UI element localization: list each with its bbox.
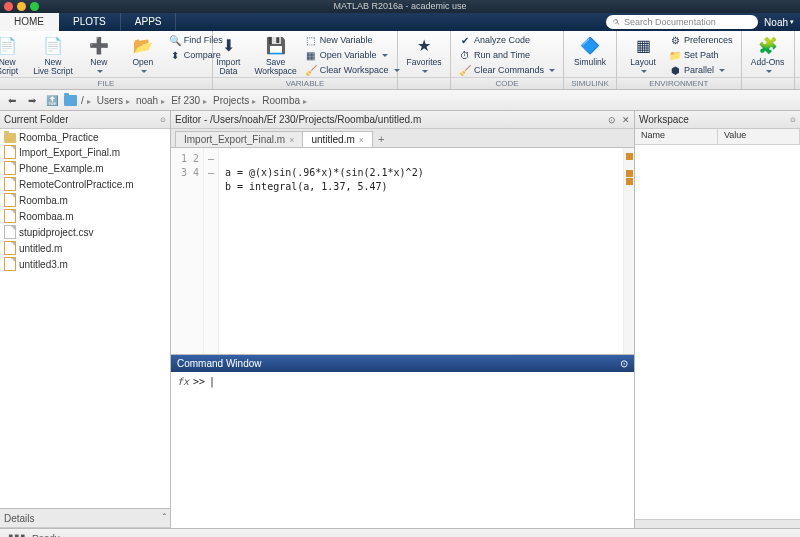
folder-icon xyxy=(64,95,77,106)
open-button[interactable]: 📂Open xyxy=(123,33,163,76)
favorites-button[interactable]: ★Favorites xyxy=(404,33,444,76)
warning-marker xyxy=(626,153,633,160)
close-icon[interactable]: × xyxy=(359,135,364,145)
nav-forward-button[interactable]: ➡ xyxy=(24,92,40,108)
command-window-body[interactable]: fx >> | xyxy=(171,372,634,528)
workspace-body[interactable] xyxy=(635,145,800,519)
current-folder-title: Current Folder xyxy=(4,114,68,125)
fx-icon[interactable]: fx xyxy=(177,376,189,387)
file-icon xyxy=(4,257,16,271)
ribbon-tab-home[interactable]: HOME xyxy=(0,13,59,31)
file-name: Roombaa.m xyxy=(19,211,73,222)
editor-panel: Editor - /Users/noah/Ef 230/Projects/Roo… xyxy=(171,111,634,355)
file-icon xyxy=(4,225,16,239)
file-name: Roomba_Practice xyxy=(19,132,98,143)
warning-marker xyxy=(626,178,633,185)
file-item[interactable]: RemoteControlPractice.m xyxy=(0,176,170,192)
file-icon xyxy=(4,241,16,255)
file-item[interactable]: Roomba_Practice xyxy=(0,131,170,144)
file-item[interactable]: stupidproject.csv xyxy=(0,224,170,240)
new-variable-button[interactable]: ⬚New Variable xyxy=(303,33,402,47)
run-and-time-button[interactable]: ⏱Run and Time xyxy=(457,48,557,62)
warning-marker xyxy=(626,170,633,177)
new-button[interactable]: ➕New xyxy=(79,33,119,76)
analyze-code-button[interactable]: ✔Analyze Code xyxy=(457,33,557,47)
file-item[interactable]: Import_Export_Final.m xyxy=(0,144,170,160)
clear-commands-button[interactable]: 🧹Clear Commands xyxy=(457,63,557,77)
group-simulink: 🔷Simulink SIMULINK xyxy=(564,31,617,89)
editor-tabs: Import_Export_Final.m× untitled.m× + xyxy=(171,129,634,148)
file-item[interactable]: Roomba.m xyxy=(0,192,170,208)
search-icon xyxy=(612,18,621,27)
panel-menu-button[interactable]: ⊙ xyxy=(160,116,166,124)
file-item[interactable]: Phone_Example.m xyxy=(0,160,170,176)
mac-window-controls[interactable] xyxy=(4,2,39,11)
editor-tab[interactable]: untitled.m× xyxy=(302,131,373,147)
editor-close-button[interactable]: ✕ xyxy=(622,115,630,125)
window-title-bar: MATLAB R2016a - academic use xyxy=(0,0,800,13)
simulink-button[interactable]: 🔷Simulink xyxy=(570,33,610,69)
file-tree[interactable]: Roomba_PracticeImport_Export_Final.mPhon… xyxy=(0,129,170,508)
details-header[interactable]: Detailsˆ xyxy=(0,508,170,528)
file-icon xyxy=(4,193,16,207)
editor-title: Editor - /Users/noah/Ef 230/Projects/Roo… xyxy=(175,114,421,125)
ribbon-tabs-bar: HOME PLOTS APPS Search Documentation Noa… xyxy=(0,13,800,31)
file-name: RemoteControlPractice.m xyxy=(19,179,133,190)
group-addons: 🧩Add-Ons xyxy=(742,31,795,89)
code-area[interactable]: a = @(x)sin(.96*x)*(sin(2.1*x)^2) b = in… xyxy=(219,148,623,354)
workspace-scrollbar[interactable] xyxy=(635,519,800,528)
layout-button[interactable]: ▦Layout xyxy=(623,33,663,76)
workspace-columns[interactable]: NameValue xyxy=(635,129,800,145)
file-item[interactable]: untitled3.m xyxy=(0,256,170,272)
file-icon xyxy=(4,209,16,223)
addons-button[interactable]: 🧩Add-Ons xyxy=(748,33,788,76)
ribbon-tab-plots[interactable]: PLOTS xyxy=(59,13,121,31)
file-name: Import_Export_Final.m xyxy=(19,147,120,158)
command-cursor: | xyxy=(209,376,215,387)
new-script-button[interactable]: 📄New Script xyxy=(0,33,27,78)
new-live-script-button[interactable]: 📄New Live Script xyxy=(31,33,75,78)
file-name: Phone_Example.m xyxy=(19,163,104,174)
breadcrumb[interactable]: / Users noah Ef 230 Projects Roomba xyxy=(81,95,310,106)
nav-up-button[interactable]: 🔝 xyxy=(44,92,60,108)
panel-menu-button[interactable]: ⊙ xyxy=(790,116,796,124)
workspace-panel: Workspace ⊙ NameValue xyxy=(635,111,800,528)
toolstrip: 📄New Script 📄New Live Script ➕New 📂Open … xyxy=(0,31,800,90)
file-icon xyxy=(4,161,16,175)
group-file: 📄New Script 📄New Live Script ➕New 📂Open … xyxy=(0,31,213,89)
editor-body[interactable]: 1 2 3 4 – – a = @(x)sin(.96*x)*(sin(2.1*… xyxy=(171,148,634,354)
command-window-title: Command Window xyxy=(177,358,261,369)
import-data-button[interactable]: ⬇Import Data xyxy=(208,33,248,78)
open-variable-button[interactable]: ▦Open Variable xyxy=(303,48,402,62)
nav-back-button[interactable]: ⬅ xyxy=(4,92,20,108)
clear-workspace-button[interactable]: 🧹Clear Workspace xyxy=(303,63,402,77)
command-window-menu[interactable]: ⊙ xyxy=(620,358,628,369)
file-item[interactable]: untitled.m xyxy=(0,240,170,256)
file-name: stupidproject.csv xyxy=(19,227,93,238)
editor-menu-button[interactable]: ⊙ xyxy=(608,115,616,125)
file-item[interactable]: Roombaa.m xyxy=(0,208,170,224)
new-tab-button[interactable]: + xyxy=(372,131,390,147)
search-documentation-input[interactable]: Search Documentation xyxy=(606,15,758,29)
file-name: Roomba.m xyxy=(19,195,68,206)
user-menu[interactable]: Noah▾ xyxy=(764,17,794,28)
execution-marks-gutter: – – xyxy=(204,148,219,354)
group-environment: ▦Layout ⚙Preferences 📁Set Path ⬢Parallel… xyxy=(617,31,742,89)
save-workspace-button[interactable]: 💾Save Workspace xyxy=(252,33,298,78)
file-name: untitled3.m xyxy=(19,259,68,270)
file-name: untitled.m xyxy=(19,243,62,254)
file-icon xyxy=(4,145,16,159)
file-icon xyxy=(4,177,16,191)
close-icon[interactable]: × xyxy=(289,135,294,145)
editor-tab[interactable]: Import_Export_Final.m× xyxy=(175,131,303,147)
group-resources: RESOURCES xyxy=(795,31,800,89)
command-prompt: >> xyxy=(193,376,205,387)
set-path-button[interactable]: 📁Set Path xyxy=(667,48,735,62)
folder-icon xyxy=(4,133,16,143)
parallel-button[interactable]: ⬢Parallel xyxy=(667,63,735,77)
ribbon-tab-apps[interactable]: APPS xyxy=(121,13,177,31)
current-folder-panel: Current Folder ⊙ Roomba_PracticeImport_E… xyxy=(0,111,171,528)
preferences-button[interactable]: ⚙Preferences xyxy=(667,33,735,47)
path-bar: ⬅ ➡ 🔝 / Users noah Ef 230 Projects Roomb… xyxy=(0,90,800,111)
command-window-panel: Command Window ⊙ fx >> | xyxy=(171,355,634,528)
